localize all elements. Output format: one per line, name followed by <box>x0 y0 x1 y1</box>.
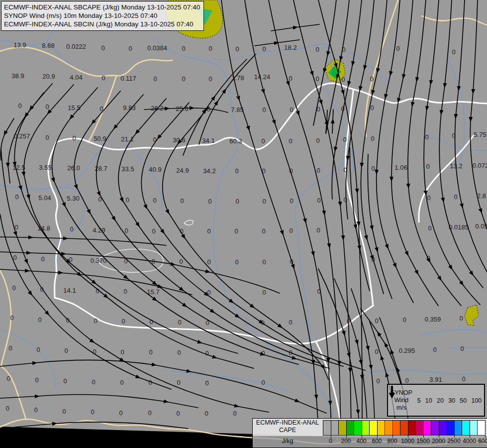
cape-color-cell <box>415 420 424 436</box>
wind-speed-value: 30 <box>448 397 455 404</box>
cape-tick-label: 400 <box>356 438 366 445</box>
cape-color-cell <box>338 420 347 436</box>
cape-tick-label: 2500 <box>447 438 461 445</box>
wind-legend-arrow-30: 30 <box>448 397 455 404</box>
wind-legend-arrows: 510203050100 <box>415 385 484 416</box>
wind-legend-arrow-5: 5 <box>417 397 421 404</box>
wind-speed-value: 10 <box>425 397 432 404</box>
cape-tick-label: 1000 <box>401 438 414 445</box>
title-line-wind: SYNOP Wind (m/s) 10m Monday 13-10-2025 0… <box>4 11 200 20</box>
cape-tick-label: 0 <box>329 438 332 445</box>
cape-tick-label: 4000 <box>463 438 476 445</box>
title-line-sbcin: ECMWF-INDEX-ANAL SBCIN (J/kg) Monday 13-… <box>4 20 200 28</box>
cape-color-cell <box>400 420 408 436</box>
cape-color-cell <box>369 420 378 436</box>
cape-tick-label: 6000 <box>478 438 487 445</box>
cape-legend-unit: J/kg <box>253 438 322 445</box>
title-legend: ECMWF-INDEX-ANAL SBCAPE (J/kg) Monday 13… <box>1 1 204 31</box>
wind-speed-value: 100 <box>471 397 482 404</box>
title-line-sbcape: ECMWF-INDEX-ANAL SBCAPE (J/kg) Monday 13… <box>4 3 200 11</box>
cape-colorbar-legend: ECMWF-INDEX-ANAL CAPE J/kg 0200400600800… <box>252 418 487 447</box>
cape-color-cell <box>423 420 432 436</box>
cape-color-cell <box>470 420 478 436</box>
cape-color-cell <box>462 420 470 436</box>
cape-color-cell <box>431 420 439 436</box>
wind-speed-value: 50 <box>460 397 467 404</box>
down-arrow-icon <box>388 385 396 399</box>
wind-speed-legend: SYNOP Wind m/s 510203050100 <box>387 384 485 417</box>
cape-color-cell <box>454 420 463 436</box>
cape-color-cell <box>477 420 486 436</box>
wind-legend-arrow-20: 20 <box>437 397 444 404</box>
cape-tick-label: 600 <box>372 438 382 445</box>
cape-color-cell <box>346 420 355 436</box>
wind-speed-value: 5 <box>417 397 421 404</box>
cape-color-cell <box>377 420 386 436</box>
cape-legend-title: ECMWF-INDEX-ANAL CAPE <box>253 419 322 434</box>
wind-speed-value: 20 <box>437 397 444 404</box>
cape-tick-label: 1500 <box>416 438 430 445</box>
wind-legend-arrow-100: 100 <box>471 397 482 404</box>
cape-color-cell <box>331 420 339 436</box>
cape-color-cell <box>385 420 393 436</box>
wind-legend-arrow-50: 50 <box>460 397 467 404</box>
cape-tick-label: 800 <box>387 438 397 445</box>
cape-color-cell <box>323 420 331 436</box>
cape-color-cell <box>439 420 447 436</box>
cape-color-cell <box>408 420 416 436</box>
cape-color-cell <box>362 420 370 436</box>
cape-color-cell <box>354 420 362 436</box>
weather-map-canvas: 13.98.680.0222000.0384000018.2000038.920… <box>0 0 487 448</box>
wind-legend-arrow-10: 10 <box>425 397 432 404</box>
cape-color-cell <box>392 420 401 436</box>
cape-color-cell <box>446 420 455 436</box>
cape-tick-label: 200 <box>341 438 351 445</box>
wind-streamlines-layer <box>0 0 487 448</box>
streamlines <box>0 0 487 429</box>
cape-tick-label: 2000 <box>432 438 445 445</box>
